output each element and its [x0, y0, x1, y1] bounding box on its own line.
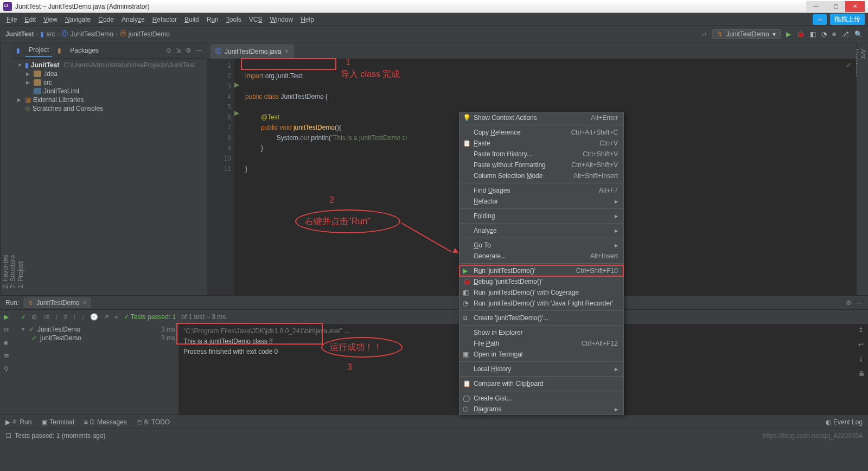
- rerun-icon[interactable]: ▶: [4, 313, 12, 322]
- menu-item[interactable]: Tools: [223, 15, 245, 24]
- menu-item[interactable]: File: [3, 15, 20, 24]
- menu-item[interactable]: Edit: [21, 15, 39, 24]
- breadcrumb-project[interactable]: JunitTest: [5, 30, 34, 38]
- project-view-tab[interactable]: Project: [25, 44, 52, 57]
- project-tree[interactable]: ▼ ▮ JunitTest C:\Users\Administrator\Ide…: [12, 59, 207, 115]
- test-tree-row[interactable]: ▼ ✓ JunitTestDemo 3 ms: [16, 325, 178, 334]
- menu-item[interactable]: Code: [95, 15, 117, 24]
- maximize-button[interactable]: ▢: [826, 1, 845, 12]
- context-menu-item[interactable]: Analyze▸: [459, 225, 623, 236]
- more-icon[interactable]: »: [114, 313, 118, 321]
- build-icon[interactable]: ⤾: [701, 30, 707, 38]
- favorites-tab[interactable]: 2: Favorites: [2, 49, 9, 289]
- sort-icon[interactable]: ↓≡: [42, 313, 49, 321]
- check-icon[interactable]: ✓: [21, 313, 26, 321]
- hide-icon[interactable]: —: [196, 47, 202, 54]
- structure-tab[interactable]: 7: Structure: [9, 49, 17, 289]
- context-menu-item[interactable]: Go To▸: [459, 240, 623, 251]
- menu-item[interactable]: Window: [266, 15, 296, 24]
- event-log-tab[interactable]: ◐ Event Log: [826, 418, 863, 426]
- menu-item[interactable]: View: [40, 15, 61, 24]
- tree-root[interactable]: ▼ ▮ JunitTest C:\Users\Administrator\Ide…: [12, 61, 207, 69]
- context-menu-item[interactable]: 📋PasteCtrl+V: [459, 138, 623, 149]
- context-menu-item[interactable]: Folding▸: [459, 211, 623, 221]
- run-gutter-icon[interactable]: ▶: [234, 81, 244, 88]
- gear-icon[interactable]: ⚙: [186, 47, 192, 54]
- tree-row[interactable]: ▶ src: [12, 78, 207, 87]
- pin-icon[interactable]: ⚲: [4, 365, 12, 374]
- menu-item[interactable]: Build: [181, 15, 202, 24]
- debug-icon[interactable]: 🐞: [796, 30, 805, 38]
- context-menu-item[interactable]: 💡Show Context ActionsAlt+Enter: [459, 112, 623, 123]
- filter-icon[interactable]: ⊘: [31, 313, 37, 321]
- context-menu-item[interactable]: 📋Compare with Clipboard: [459, 378, 623, 389]
- context-menu-item[interactable]: Find UsagesAlt+F7: [459, 185, 623, 196]
- context-menu-item[interactable]: Refactor▸: [459, 196, 623, 207]
- test-tree-row[interactable]: ✓ junitTestDemo 3 ms: [16, 334, 178, 342]
- vcs-icon[interactable]: ⎇: [841, 30, 849, 38]
- context-menu-item[interactable]: Show in Explorer: [459, 327, 623, 338]
- messages-tool-tab[interactable]: ≡ 0: Messages: [84, 418, 127, 426]
- context-menu-item[interactable]: ⧉Create 'junitTestDemo()'...: [459, 313, 623, 323]
- minimize-button[interactable]: —: [806, 1, 826, 12]
- chevron-icon[interactable]: ▶: [26, 71, 31, 77]
- cloud-icon[interactable]: ∞: [813, 14, 827, 25]
- prev-icon[interactable]: ↑: [73, 313, 76, 321]
- context-menu-item[interactable]: ◧Run 'junitTestDemo()' with Coverage: [459, 287, 623, 298]
- next-icon[interactable]: ↓: [81, 313, 85, 321]
- search-icon[interactable]: 🔍: [854, 30, 863, 38]
- context-menu-item[interactable]: Paste from History...Ctrl+Shift+V: [459, 149, 623, 160]
- menu-item[interactable]: Analyze: [118, 15, 148, 24]
- project-tab[interactable]: 1: Project: [17, 49, 24, 289]
- stop-icon[interactable]: ■: [832, 30, 836, 38]
- editor-tab[interactable]: Ⓒ JunitTestDemo.java ×: [210, 44, 294, 59]
- history-icon[interactable]: 🕘: [90, 313, 98, 321]
- context-menu-item[interactable]: ◯Create Gist...: [459, 393, 623, 404]
- tree-row[interactable]: JunitTest.iml: [12, 87, 207, 96]
- close-icon[interactable]: ×: [83, 299, 87, 307]
- status-icon[interactable]: ☐: [5, 432, 11, 440]
- context-menu-item[interactable]: Column Selection ModeAlt+Shift+Insert: [459, 170, 623, 181]
- run-config-selector[interactable]: ↯ JunitTestDemo ▾: [712, 29, 780, 39]
- context-menu-item[interactable]: ◔Run 'junitTestDemo()' with 'Java Flight…: [459, 298, 623, 309]
- breadcrumb-class[interactable]: JunitTestDemo: [70, 30, 113, 38]
- profile-icon[interactable]: ◔: [821, 30, 827, 38]
- close-button[interactable]: ✕: [845, 1, 865, 12]
- context-menu-item[interactable]: ▣Open in Terminal: [459, 349, 623, 360]
- run-gutter-icon[interactable]: ▶: [234, 109, 244, 117]
- hide-icon[interactable]: —: [856, 299, 863, 307]
- breadcrumb-src[interactable]: src: [46, 30, 55, 38]
- menu-item[interactable]: Help: [297, 15, 317, 24]
- stop-icon[interactable]: ■: [4, 339, 12, 348]
- tree-row[interactable]: ▶ .idea: [12, 69, 207, 78]
- breadcrumb-method[interactable]: junitTestDemo: [129, 30, 170, 38]
- scroll-up-icon[interactable]: ↥: [858, 325, 865, 335]
- tree-scratches[interactable]: ◎ Scratches and Consoles: [12, 104, 207, 113]
- expand-all-icon[interactable]: ⇲: [176, 47, 181, 54]
- expand-icon[interactable]: ↕: [55, 313, 58, 321]
- context-menu-item[interactable]: Generate...Alt+Insert: [459, 251, 623, 262]
- export-icon[interactable]: ↗: [104, 313, 109, 321]
- run-icon[interactable]: ▶: [786, 30, 791, 38]
- layout-icon[interactable]: ≣: [4, 352, 12, 361]
- close-tab-icon[interactable]: ×: [285, 48, 289, 55]
- run-panel-tab[interactable]: ↯ JunitTestDemo ×: [23, 297, 91, 308]
- select-opened-icon[interactable]: ⊙: [166, 47, 171, 54]
- chevron-icon[interactable]: ▶: [26, 80, 31, 85]
- soft-wrap-icon[interactable]: ↩: [858, 340, 865, 350]
- gear-icon[interactable]: ⚙: [846, 299, 852, 307]
- menu-item[interactable]: Navigate: [62, 15, 94, 24]
- context-menu-item[interactable]: File PathCtrl+Alt+F12: [459, 338, 623, 349]
- context-menu-item[interactable]: ▶Run 'junitTestDemo()'Ctrl+Shift+F10: [459, 265, 623, 276]
- context-menu-item[interactable]: Local History▸: [459, 364, 623, 374]
- packages-view-tab[interactable]: Packages: [67, 44, 102, 56]
- upload-button[interactable]: 拖拽上传: [830, 14, 865, 25]
- menu-item[interactable]: Refactor: [149, 15, 180, 24]
- terminal-tool-tab[interactable]: ▣ Terminal: [41, 418, 74, 426]
- toggle-auto-icon[interactable]: ⟳: [4, 326, 12, 335]
- context-menu-item[interactable]: Paste without FormattingCtrl+Alt+Shift+V: [459, 160, 623, 170]
- menu-item[interactable]: Run: [203, 15, 222, 24]
- scroll-to-end-icon[interactable]: ⤓: [858, 354, 865, 365]
- context-menu-item[interactable]: ⬡Diagrams▸: [459, 404, 623, 415]
- print-icon[interactable]: 🖶: [858, 369, 865, 379]
